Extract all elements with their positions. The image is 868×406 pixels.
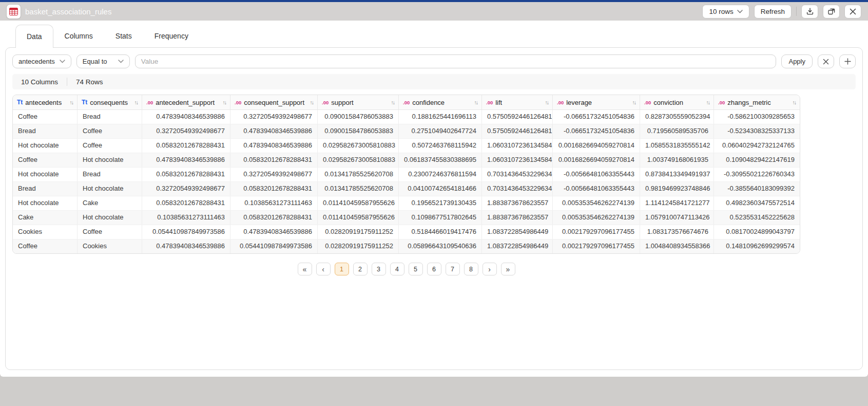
tab-stats[interactable]: Stats	[104, 24, 143, 47]
sort-icon[interactable]: ↑↓	[790, 99, 796, 105]
page-button-5[interactable]: 5	[409, 263, 423, 275]
sort-icon[interactable]: ↑↓	[221, 99, 226, 105]
filter-value-input[interactable]	[135, 54, 777, 68]
table-cell: 1.883873678623557	[482, 211, 553, 225]
columns-count: 10 Columns	[12, 78, 67, 86]
sort-icon[interactable]: ↑↓	[704, 99, 710, 105]
summary-bar: 10 Columns 74 Rows	[12, 74, 856, 89]
pagination: «‹12345678›»	[12, 263, 800, 275]
table-cell: 1.0579100747113426	[640, 211, 714, 225]
window-title: basket_association_rules	[25, 7, 111, 16]
last-page-button[interactable]: »	[501, 263, 515, 275]
table-row[interactable]: CakeHot chocolate0.103856312731114630.05…	[13, 211, 800, 225]
table-cell: 0.5750592446126481	[482, 124, 553, 138]
chevron-down-icon	[60, 60, 65, 63]
table-cell: 0.1881625441696113	[399, 110, 482, 124]
tab-columns[interactable]: Columns	[53, 24, 104, 47]
sort-icon[interactable]: ↑↓	[543, 99, 549, 105]
column-header-support[interactable]: .00support↑↓	[318, 95, 399, 109]
page-button-1[interactable]: 1	[335, 263, 349, 275]
table-row[interactable]: Hot chocolateBread0.058320126782884310.3…	[13, 168, 800, 182]
sort-icon[interactable]: ↑↓	[132, 99, 138, 105]
add-filter-button[interactable]	[839, 54, 856, 68]
tab-data[interactable]: Data	[15, 25, 53, 48]
table-cell: 0.47839408346539886	[230, 124, 318, 138]
column-header-zhangs_metric[interactable]: .00zhangs_metric↑↓	[714, 95, 800, 109]
table-cell: 0.09001584786053883	[318, 124, 399, 138]
table-cell: 0.10904829422147619	[714, 153, 800, 167]
table-cell: 0.02820919175911252	[318, 239, 399, 253]
column-header-consequent_support[interactable]: .00consequent_support↑↓	[230, 95, 318, 109]
page-button-7[interactable]: 7	[446, 263, 460, 275]
column-header-antecedent_support[interactable]: .00antecedent_support↑↓	[142, 95, 230, 109]
page-button-6[interactable]: 6	[427, 263, 441, 275]
sort-icon[interactable]: ↑↓	[389, 99, 395, 105]
table-cell: 0.1956521739130435	[399, 196, 482, 210]
table-cell: -0.06651732451054836	[553, 110, 640, 124]
popout-button[interactable]	[823, 5, 840, 19]
column-header-conviction[interactable]: .00conviction↑↓	[640, 95, 714, 109]
sort-icon[interactable]: ↑↓	[472, 99, 478, 105]
text-type-icon: Tt	[17, 99, 23, 106]
clear-filter-button[interactable]	[818, 54, 834, 68]
table-cell: 0.23007246376811594	[399, 168, 482, 181]
sort-icon[interactable]: ↑↓	[630, 99, 636, 105]
table-cell: Bread	[78, 168, 142, 181]
page-button-2[interactable]: 2	[353, 263, 368, 275]
table-cell: 1.0603107236134584	[482, 139, 553, 153]
table-cell: 0.9819469923748846	[640, 182, 714, 196]
column-label: conviction	[653, 99, 683, 106]
table-cell: Cake	[13, 211, 78, 225]
refresh-button[interactable]: Refresh	[754, 5, 792, 19]
table-row[interactable]: BreadCoffee0.327205493924986770.47839408…	[13, 124, 800, 139]
tab-frequency[interactable]: Frequency	[143, 24, 200, 47]
table-cell: Coffee	[78, 225, 142, 239]
table-cell: 0.47839408346539886	[230, 139, 318, 153]
close-button[interactable]	[844, 5, 861, 19]
titlebar-left: basket_association_rules	[7, 5, 111, 19]
table-row[interactable]: BreadHot chocolate0.327205493924986770.0…	[13, 182, 800, 196]
prev-page-button[interactable]: ‹	[316, 263, 331, 275]
table-icon	[7, 5, 21, 19]
filter-operator-select[interactable]: Equal to	[76, 54, 130, 68]
table-row[interactable]: CoffeeHot chocolate0.478394083465398860.…	[13, 153, 800, 168]
next-page-button[interactable]: ›	[483, 263, 497, 275]
table-cell: Coffee	[78, 139, 142, 153]
sort-icon[interactable]: ↑↓	[308, 99, 314, 105]
filter-column-select[interactable]: antecedents	[12, 54, 71, 68]
table-cell: 0.05896643109540636	[399, 239, 482, 253]
table-cell: 0.005353546262274139	[553, 211, 640, 225]
table-row[interactable]: Hot chocolateCoffee0.058320126782884310.…	[13, 139, 800, 153]
page-button-3[interactable]: 3	[372, 263, 386, 275]
first-page-button[interactable]: «	[298, 263, 312, 275]
table-cell: 0.05832012678288431	[230, 211, 318, 225]
table-row[interactable]: CoffeeBread0.478394083465398860.32720549…	[13, 110, 800, 124]
number-type-icon: .00	[403, 100, 410, 105]
table-cell: 0.32720549392498677	[142, 182, 230, 196]
close-icon	[823, 59, 829, 65]
table-cell: 1.003749168061935	[640, 153, 714, 167]
page-button-8[interactable]: 8	[464, 263, 478, 275]
data-table: Ttantecedents↑↓Ttconsequents↑↓.00anteced…	[12, 95, 800, 254]
column-header-lift[interactable]: .00lift↑↓	[482, 95, 553, 109]
apply-filter-button[interactable]: Apply	[781, 54, 813, 68]
page-button-4[interactable]: 4	[390, 263, 404, 275]
download-button[interactable]	[801, 5, 818, 19]
table-row[interactable]: CookiesCoffee0.0544109878499735860.47839…	[13, 225, 800, 239]
download-icon	[806, 7, 814, 15]
table-cell: Hot chocolate	[78, 153, 142, 167]
rows-count: 74 Rows	[67, 78, 112, 86]
number-type-icon: .00	[146, 100, 153, 105]
content-panel: antecedents Equal to Apply 10 Columns 74…	[5, 47, 863, 370]
column-header-antecedents[interactable]: Ttantecedents↑↓	[13, 95, 78, 109]
table-row[interactable]: CoffeeCookies0.478394083465398860.054410…	[13, 239, 800, 253]
rows-per-page-select[interactable]: 10 rows	[702, 5, 749, 19]
table-cell: -0.00566481063355443	[553, 182, 640, 196]
sort-icon[interactable]: ↑↓	[68, 99, 73, 105]
column-header-confidence[interactable]: .00confidence↑↓	[399, 95, 482, 109]
table-cell: 0.054410987849973586	[142, 225, 230, 239]
table-body: CoffeeBread0.478394083465398860.32720549…	[13, 110, 800, 253]
column-header-leverage[interactable]: .00leverage↑↓	[553, 95, 640, 109]
column-header-consequents[interactable]: Ttconsequents↑↓	[78, 95, 142, 109]
table-row[interactable]: Hot chocolateCake0.058320126782884310.10…	[13, 196, 800, 211]
